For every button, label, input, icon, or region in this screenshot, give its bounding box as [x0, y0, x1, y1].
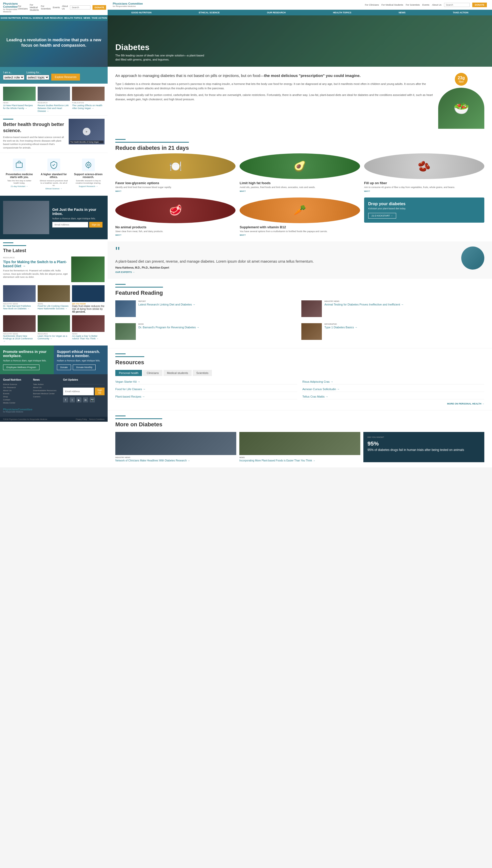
resource-item-3[interactable]: Risus Adipiscing Cras →: [302, 379, 484, 384]
nav-scientists[interactable]: For Scientists: [41, 5, 51, 10]
footer-link[interactable]: Contact: [3, 399, 30, 401]
latest-row-title-0[interactable]: Nutritionists Share New Findings at 2018…: [3, 335, 35, 343]
right-nav-ethical-science[interactable]: ETHICAL SCIENCE: [199, 11, 220, 14]
donate-monthly-button[interactable]: Donate Monthly: [73, 365, 96, 370]
footer-link[interactable]: Events: [3, 393, 30, 395]
left-search-input[interactable]: [70, 5, 91, 9]
youtube-icon[interactable]: ▶: [76, 397, 81, 402]
quote-expert-link[interactable]: OUR EXPERTS →: [115, 271, 135, 274]
news-title-0[interactable]: 10 New Plant-based Recipes for the Whole…: [3, 104, 35, 110]
footer-privacy[interactable]: Privacy Policy: [76, 418, 87, 420]
left-nav-good-nutrition[interactable]: GOOD NUTRITION: [1, 17, 21, 19]
right-nav-events[interactable]: Events: [422, 4, 429, 6]
left-nav-health-topics[interactable]: HEALTH TOPICS: [64, 17, 82, 19]
tab-scientists[interactable]: Scientists: [193, 370, 212, 376]
reduce-why-2[interactable]: WHY?: [364, 190, 484, 192]
footer-link[interactable]: About Us: [33, 386, 60, 389]
right-nav-health-topics[interactable]: HEALTH TOPICS: [333, 11, 351, 14]
tab-clinicians[interactable]: Clinicians: [143, 370, 162, 376]
right-nav-take-action[interactable]: TAKE ACTION: [453, 11, 468, 14]
footer-link[interactable]: Careers: [33, 396, 60, 398]
nav-about[interactable]: About Us: [62, 5, 68, 10]
resource-item-5[interactable]: Tellus Cras Mattis →: [302, 394, 484, 399]
right-nav-scientists[interactable]: For Scientists: [406, 4, 420, 6]
feature-link-2[interactable]: Support Research →: [79, 185, 98, 188]
footer-link[interactable]: Downloadable Resources: [33, 390, 60, 392]
reduce-why-4[interactable]: WHY?: [240, 234, 360, 236]
left-nav-ethical-science[interactable]: ETHICAL SCIENCE: [22, 17, 43, 19]
right-donate-button[interactable]: DONATE: [472, 3, 487, 7]
footer-link[interactable]: About Us: [3, 390, 30, 392]
email-input[interactable]: [52, 222, 88, 228]
resource-item-1[interactable]: Food for Life Classes →: [115, 386, 297, 392]
reading-title-0[interactable]: Latest Research Linking Diet and Diabete…: [139, 303, 298, 306]
more-title-1[interactable]: Incorporating More Plant-based Foods is …: [239, 459, 360, 462]
footer-link[interactable]: Barnard Medical Center: [33, 393, 60, 395]
footer-terms[interactable]: Terms & Conditions: [89, 418, 104, 420]
email-section: Get Just the Facts in your inbox. Nullam…: [0, 196, 107, 239]
reading-item-0: REPORT Latest Research Linking Diet and …: [115, 300, 298, 317]
footer-email-input[interactable]: [63, 388, 94, 395]
right-nav-clinicians[interactable]: For Clinicians: [365, 4, 379, 6]
more-personal-health-link[interactable]: MORE ON PERSONAL HEALTH →: [115, 402, 484, 405]
better-health-video[interactable]: ▶ The Health Benefits of Going Vegan: [69, 119, 104, 144]
topic-select[interactable]: select topic: [26, 75, 49, 80]
nav-medical-students[interactable]: For Medical Students: [30, 4, 39, 11]
footer-signup-button[interactable]: Sign Up: [95, 388, 104, 395]
resource-item-4[interactable]: Aenean Cursus Sollicitudin →: [302, 386, 484, 392]
right-nav-bar: GOOD NUTRITION ETHICAL SCIENCE OUR RESEA…: [107, 10, 492, 16]
drop-diabetes-col: Drop your diabetes Kickstart your plant-…: [364, 197, 484, 236]
nav-events[interactable]: Events: [53, 6, 60, 9]
latest-item-title-1[interactable]: Food for Life Cooking Classes Have Natio…: [38, 305, 70, 310]
footer-link[interactable]: Media Center: [3, 402, 30, 404]
left-nav-our-research[interactable]: OUR RESEARCH: [44, 17, 63, 19]
role-select[interactable]: select role: [3, 75, 24, 80]
reduce-why-1[interactable]: WHY?: [240, 190, 360, 192]
left-nav-news[interactable]: NEWS: [83, 17, 91, 19]
kickstart-button[interactable]: 21-D KICKSTART →: [368, 213, 396, 218]
feature-link-1[interactable]: Ethical Science →: [46, 188, 62, 190]
latest-row-title-2[interactable]: An Apple a Day' is Better Advice Than Yo…: [72, 335, 104, 340]
reading-title-3[interactable]: Type 1 Diabetes Basics →: [324, 326, 484, 329]
tab-medical-students[interactable]: Medical students: [164, 370, 192, 376]
email-signup-button[interactable]: Sign Up: [89, 222, 102, 228]
linkedin-icon[interactable]: in: [83, 397, 88, 402]
feature-link-0[interactable]: 21-day Kickstart →: [11, 185, 28, 188]
reading-title-2[interactable]: Dr. Barnard's Program for Reversing Diab…: [139, 326, 298, 329]
resource-item-0[interactable]: Vegan Starter Kit →: [115, 379, 297, 384]
news-cat-2: PUBLICATION: [72, 102, 104, 103]
footer-link[interactable]: Ethical Science: [3, 383, 30, 385]
news-title-1[interactable]: Recent Studies Reinforce Link Between Di…: [38, 104, 70, 112]
latest-row-title-1[interactable]: Learn How to Go Vegan as a Community →: [38, 335, 70, 340]
right-nav-our-research[interactable]: OUR RESEARCH: [267, 11, 286, 14]
left-donate-button[interactable]: DONATE: [93, 5, 106, 10]
right-search-input[interactable]: [444, 3, 470, 7]
reduce-why-3[interactable]: WHY?: [115, 234, 236, 236]
donate-button[interactable]: Donate: [57, 365, 71, 370]
twitter-icon[interactable]: t: [70, 397, 75, 402]
facebook-icon[interactable]: f: [63, 397, 68, 402]
instagram-icon[interactable]: 📷: [90, 397, 95, 402]
left-footer: Good Nutrition Ethical Science Our Resea…: [0, 374, 107, 417]
left-nav-take-action[interactable]: TAKE ACTION: [92, 17, 107, 19]
play-button[interactable]: ▶: [83, 128, 91, 136]
footer-link[interactable]: Our Research: [3, 386, 30, 389]
more-diabetes-section: More on Diabetes INDUSTRY NEWS Network o…: [107, 410, 492, 467]
resource-item-2[interactable]: Plant-based Recipes →: [115, 394, 297, 399]
tab-personal-health[interactable]: Personal health: [115, 370, 142, 376]
right-nav-about[interactable]: About Us: [432, 4, 442, 6]
right-nav-news[interactable]: NEWS: [399, 11, 405, 14]
footer-link[interactable]: Shop: [3, 396, 30, 398]
right-nav-good-nutrition[interactable]: GOOD NUTRITION: [131, 11, 151, 14]
explore-resources-button[interactable]: Explore Resources: [51, 74, 80, 80]
reading-title-1[interactable]: Animal Testing for Diabetes Proves Ineff…: [324, 303, 484, 306]
right-nav-medical-students[interactable]: For Medical Students: [382, 4, 403, 6]
news-title-2[interactable]: The Lasting Effects on Health After Goin…: [72, 104, 104, 110]
more-title-0[interactable]: Network of Clinicians Make Headlines Wit…: [115, 459, 236, 462]
employee-wellness-button[interactable]: Employee Wellness Program: [3, 365, 40, 370]
latest-item-title-0[interactable]: Dr. Neal Barnard Publishes New Book on D…: [3, 305, 35, 310]
latest-main-title[interactable]: Tips for Making the Switch to a Plant-ba…: [3, 260, 69, 268]
nav-clinicians[interactable]: For Clinicians: [18, 5, 28, 10]
footer-link[interactable]: Take Action: [33, 383, 60, 385]
reduce-why-0[interactable]: WHY?: [115, 190, 236, 192]
